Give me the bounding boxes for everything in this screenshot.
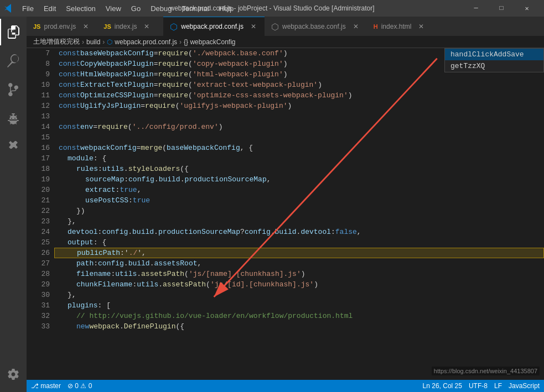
maximize-button[interactable]: □ (489, 0, 514, 17)
code-line[interactable]: plugins: [ (54, 300, 544, 311)
line-number: 28 (27, 269, 50, 279)
line-number: 21 (27, 195, 50, 206)
code-line[interactable]: filename: utils.assetsPath('js/[name].[c… (54, 269, 544, 279)
code-line[interactable]: usePostCSS: true (54, 195, 544, 206)
webpack-dot-icon: ⬡ (170, 22, 178, 32)
line-number: 14 (27, 122, 50, 132)
errors-warnings[interactable]: ⊘ 0 ⚠ 0 (68, 382, 92, 390)
line-number: 16 (27, 143, 50, 153)
code-line[interactable]: }, (54, 290, 544, 300)
tab-index-js[interactable]: JS index.js ✕ (97, 17, 163, 36)
title-bar: File Edit Selection View Go Debug Termin… (0, 0, 544, 17)
tab-index-html-label: index.html (381, 23, 412, 30)
breadcrumb-sep-0: › (82, 38, 84, 46)
breadcrumb-icon-webpack: ⬡ (107, 38, 112, 46)
watermark: https://blog.csdn.net/weixin_44135807 (432, 367, 540, 375)
code-line[interactable]: }, (54, 216, 544, 227)
search-icon[interactable] (0, 48, 27, 74)
code-line[interactable]: sourceMap: config.build.productionSource… (54, 174, 544, 185)
code-line[interactable] (54, 132, 544, 143)
extensions-icon[interactable] (0, 134, 27, 160)
line-number: 20 (27, 185, 50, 195)
line-number: 17 (27, 153, 50, 164)
activity-bar (0, 17, 27, 392)
line-number: 13 (27, 111, 50, 122)
line-number: 12 (27, 101, 50, 111)
code-line[interactable]: const env = require('../config/prod.env'… (54, 122, 544, 132)
code-line[interactable]: const UglifyJsPlugin = require('uglifyjs… (54, 101, 544, 111)
line-number: 33 (27, 321, 50, 332)
breadcrumb-item-1[interactable]: build (86, 38, 100, 46)
tab-index-js-close[interactable]: ✕ (142, 22, 151, 31)
menu-go[interactable]: Go (127, 3, 145, 14)
cursor-position[interactable]: Ln 26, Col 25 (423, 382, 462, 390)
code-line[interactable]: devtool: config.build.productionSourceMa… (54, 227, 544, 237)
code-line[interactable]: publicPath:'./', (54, 248, 544, 258)
line-number: 30 (27, 290, 50, 300)
tab-bar: JS prod.env.js ✕ JS index.js ✕ ⬡ webpack… (27, 17, 544, 36)
breadcrumb-item-3[interactable]: {} webpackConfig (184, 38, 235, 46)
code-line[interactable] (54, 111, 544, 122)
tab-webpack-base-close[interactable]: ✕ (351, 22, 360, 31)
minimize-button[interactable]: ─ (463, 0, 489, 17)
code-line[interactable]: output: { (54, 237, 544, 248)
close-button[interactable]: ✕ (514, 0, 540, 17)
tab-prod-env[interactable]: JS prod.env.js ✕ (27, 17, 97, 36)
debug-icon[interactable] (0, 105, 27, 132)
git-branch[interactable]: ⎇ master (31, 382, 61, 390)
code-line[interactable]: module: { (54, 153, 544, 164)
code-line[interactable]: const ExtractTextPlugin = require('extra… (54, 80, 544, 90)
editor-area: JS prod.env.js ✕ JS index.js ✕ ⬡ webpack… (27, 17, 544, 392)
window-title: webpack.prod.conf.js - jobProject - Visu… (170, 4, 375, 12)
code-line[interactable]: }) (54, 206, 544, 216)
code-line[interactable]: path: config.build.assetsRoot, (54, 258, 544, 269)
tab-prod-env-label: prod.env.js (44, 23, 76, 30)
line-number: 10 (27, 80, 50, 90)
line-number: 7 (27, 48, 50, 59)
tab-index-html-close[interactable]: ✕ (417, 22, 426, 31)
autocomplete-item-0[interactable]: handlClickAddSave (445, 49, 543, 60)
menu-selection[interactable]: Selection (61, 3, 100, 14)
tab-webpack-prod-close[interactable]: ✕ (249, 22, 258, 31)
status-bar: ⎇ master ⊘ 0 ⚠ 0 Ln 26, Col 25 UTF-8 LF … (27, 380, 544, 392)
menu-edit[interactable]: Edit (39, 3, 60, 14)
code-line[interactable]: extract: true, (54, 185, 544, 195)
line-number: 27 (27, 258, 50, 269)
code-line[interactable]: // http://vuejs.github.io/vue-loader/en/… (54, 311, 544, 321)
breadcrumb-item-2[interactable]: webpack.prod.conf.js (115, 38, 177, 46)
breadcrumb-item-0[interactable]: 土地增值税完税 (33, 37, 80, 46)
tab-webpack-base-label: webpack.base.conf.js (282, 23, 346, 30)
line-number: 8 (27, 59, 50, 69)
code-container: handlClickAddSave getTzzXQ 7891011121314… (27, 48, 544, 380)
menu-view[interactable]: View (101, 3, 126, 14)
breadcrumb: 土地增值税完税 › build › ⬡ webpack.prod.conf.js… (27, 36, 544, 48)
language-mode[interactable]: JavaScript (509, 382, 540, 390)
line-number: 26 (27, 248, 50, 258)
code-line[interactable]: rules: utils.styleLoaders({ (54, 164, 544, 174)
tab-prod-env-close[interactable]: ✕ (81, 22, 90, 31)
code-line[interactable]: const webpackConfig = merge(baseWebpackC… (54, 143, 544, 153)
line-number: 15 (27, 132, 50, 143)
menu-file[interactable]: File (18, 3, 38, 14)
line-number: 25 (27, 237, 50, 248)
tab-webpack-base[interactable]: ⬡ webpack.base.conf.js ✕ (265, 17, 367, 36)
source-control-icon[interactable] (0, 76, 27, 103)
line-number: 11 (27, 90, 50, 101)
main-layout: JS prod.env.js ✕ JS index.js ✕ ⬡ webpack… (0, 17, 544, 392)
line-number: 22 (27, 206, 50, 216)
settings-icon[interactable] (0, 361, 27, 388)
code-line[interactable]: new webpack.DefinePlugin({ (54, 321, 544, 332)
tab-index-js-label: index.js (115, 23, 137, 30)
code-line[interactable]: chunkFilename: utils.assetsPath('js/[id]… (54, 279, 544, 290)
code-line[interactable]: const OptimizeCSSPlugin = require('optim… (54, 90, 544, 101)
autocomplete-item-1[interactable]: getTzzXQ (445, 60, 543, 72)
line-number: 18 (27, 164, 50, 174)
code-content[interactable]: const baseWebpackConfig = require('./web… (54, 48, 544, 380)
tab-index-html[interactable]: H index.html ✕ (367, 17, 433, 36)
encoding[interactable]: UTF-8 (469, 382, 488, 390)
window-controls: ─ □ ✕ (463, 0, 540, 17)
line-number: 24 (27, 227, 50, 237)
tab-webpack-prod[interactable]: ⬡ webpack.prod.conf.js ✕ (163, 17, 265, 36)
line-ending[interactable]: LF (494, 382, 502, 390)
explorer-icon[interactable] (0, 19, 27, 45)
